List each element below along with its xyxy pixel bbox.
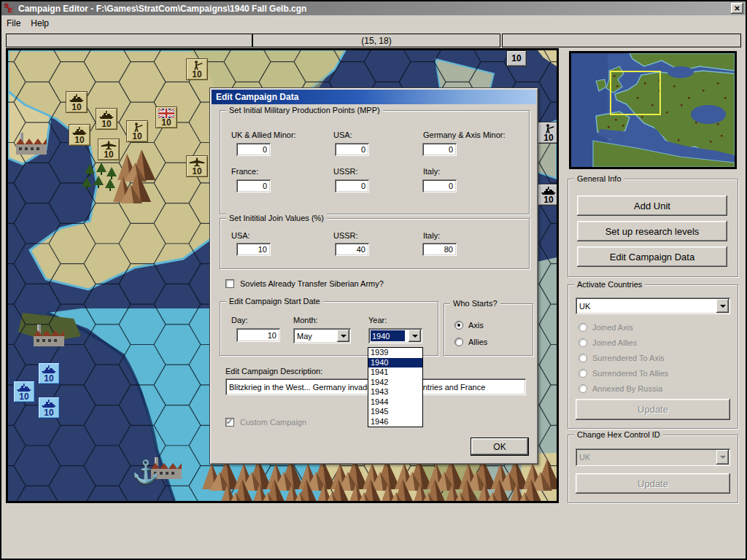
- ok-button[interactable]: OK: [471, 438, 528, 455]
- hex-control-update-button[interactable]: Update: [576, 473, 730, 494]
- value-input[interactable]: [236, 179, 271, 192]
- siberian-transfer-checkbox[interactable]: [225, 279, 234, 288]
- month-combobox-value: May: [293, 328, 336, 343]
- year-option-1945[interactable]: 1945: [368, 407, 422, 417]
- unit-counter-aircraft[interactable]: 10: [98, 139, 120, 160]
- activate-update-button[interactable]: Update: [576, 399, 730, 420]
- year-option-1942[interactable]: 1942: [368, 378, 422, 388]
- year-option-1941[interactable]: 1941: [368, 368, 422, 378]
- unit-counter-ship[interactable]: 10: [38, 397, 60, 419]
- unit-counter-infantry[interactable]: 10: [126, 120, 148, 142]
- year-combobox[interactable]: 1940: [368, 328, 422, 343]
- minimap[interactable]: [569, 51, 737, 169]
- title-bar[interactable]: SE Campaign Editor - F:\Games\StratCom\C…: [1, 1, 746, 15]
- who-starts-group: Who Starts? AxisAllies: [444, 303, 533, 356]
- field-label: Italy:: [423, 167, 440, 176]
- value-input[interactable]: [335, 179, 369, 192]
- unit-counter-ship[interactable]: 10: [38, 362, 60, 384]
- feature-mountain: [379, 478, 418, 503]
- radio-label: Annexed By Russia: [592, 384, 662, 393]
- activate-radio-annexed-by-russia: Annexed By Russia: [578, 384, 662, 393]
- app-icon: SE: [4, 3, 15, 14]
- general-info-legend: General Info: [574, 174, 624, 183]
- field-label: Germany & Axis Minor:: [423, 131, 505, 139]
- activate-country-combobox[interactable]: UK: [576, 298, 730, 314]
- radio-label: Surrendered To Axis: [592, 354, 665, 362]
- radio-icon: [454, 321, 463, 330]
- year-option-1946[interactable]: 1946: [368, 417, 422, 427]
- feature-mountain: [282, 478, 322, 503]
- activate-country-value: UK: [576, 298, 715, 314]
- unit-counter-ship[interactable]: 10: [66, 91, 88, 113]
- unit-strength: 10: [192, 70, 201, 79]
- unit-counter-ship[interactable]: 10: [69, 124, 90, 146]
- start-date-legend: Edit Campaign Start Date: [226, 297, 323, 306]
- app-icon-letter: E: [8, 7, 12, 14]
- year-dropdown-list[interactable]: 19391940194119421943194419451946: [368, 347, 423, 427]
- unit-counter-ship[interactable]: 10: [96, 108, 117, 130]
- value-input[interactable]: [236, 143, 271, 156]
- ship-icon: [98, 109, 115, 120]
- sidebar-button-edit-campaign-data[interactable]: Edit Campaign Data: [577, 246, 727, 267]
- who-starts-legend: Who Starts?: [450, 299, 500, 308]
- sidebar-button-add-unit[interactable]: Add Unit: [577, 195, 727, 216]
- radio-label: Joined Axis: [592, 323, 633, 332]
- status-panel-left: [6, 34, 252, 47]
- close-icon[interactable]: ✕: [731, 3, 743, 14]
- general-info-group: General Info Add UnitSet up research lev…: [568, 179, 738, 277]
- value-input[interactable]: [422, 143, 457, 156]
- unit-strength: 10: [101, 120, 111, 128]
- unit-counter-aircraft[interactable]: 10: [186, 155, 208, 177]
- who-starts-option-allies[interactable]: Allies: [454, 338, 487, 346]
- field-label: USA:: [333, 131, 352, 139]
- year-option-1944[interactable]: 1944: [368, 397, 422, 408]
- sidebar-button-set-up-research-levels[interactable]: Set up research levels: [577, 221, 727, 241]
- hex-control-combobox: UK: [576, 448, 730, 466]
- unit-strength: 10: [44, 374, 53, 383]
- feature-mountain: [218, 478, 258, 503]
- unit-counter-plain[interactable]: 10: [506, 50, 527, 66]
- year-option-1939[interactable]: 1939: [368, 348, 422, 358]
- value-input[interactable]: [335, 143, 369, 156]
- value-input[interactable]: [422, 243, 457, 256]
- custom-campaign-label: Custom Campaign: [240, 418, 306, 427]
- feature-mountain: [507, 478, 546, 503]
- unit-counter-infantry[interactable]: 10: [186, 58, 208, 80]
- mpp-group: Set Initial Military Production Points (…: [220, 110, 530, 214]
- unit-counter-infantry[interactable]: 10: [538, 122, 559, 144]
- unit-strength: 10: [192, 167, 201, 176]
- unit-counter-flag-uk[interactable]: 10: [155, 106, 177, 128]
- field-label: France:: [231, 167, 258, 176]
- unit-counter-ship[interactable]: 10: [538, 184, 559, 206]
- radio-icon: [578, 323, 587, 332]
- field-label: USA:: [231, 231, 250, 240]
- value-input[interactable]: [236, 243, 271, 256]
- infantry-icon: [128, 122, 146, 132]
- join-group-legend: Set Inititial Join Values (%): [226, 214, 327, 222]
- ship-icon: [40, 398, 58, 408]
- year-option-1940[interactable]: 1940: [368, 358, 422, 368]
- unit-counter-ship[interactable]: 10: [13, 381, 35, 402]
- year-option-1943[interactable]: 1943: [368, 387, 422, 397]
- custom-campaign-row: Custom Campaign: [225, 418, 306, 427]
- radio-icon: [578, 384, 587, 393]
- activate-radio-surrendered-to-allies: Surrendered To Allies: [578, 369, 668, 378]
- feature-mountain: [411, 478, 450, 503]
- month-combobox-arrow[interactable]: [337, 330, 349, 342]
- field-label: Italy:: [423, 231, 440, 240]
- chevron-down-icon: [720, 305, 726, 308]
- app-window: SE Campaign Editor - F:\Games\StratCom\C…: [0, 0, 747, 560]
- activate-country-arrow[interactable]: [716, 299, 729, 313]
- year-combobox-arrow[interactable]: [409, 330, 421, 342]
- menu-item-file[interactable]: File: [1, 17, 26, 30]
- dialog-title-bar[interactable]: Edit Campaign Data: [212, 90, 536, 104]
- menu-item-help[interactable]: Help: [26, 17, 54, 30]
- join-values-group: Set Inititial Join Values (%) USA:USSR:I…: [220, 218, 530, 269]
- day-input[interactable]: [236, 328, 280, 342]
- month-combobox[interactable]: May: [293, 328, 351, 343]
- value-input[interactable]: [335, 243, 369, 256]
- ship-icon: [71, 125, 88, 136]
- who-starts-option-axis[interactable]: Axis: [454, 321, 484, 330]
- ship-icon: [40, 364, 58, 374]
- value-input[interactable]: [422, 179, 457, 192]
